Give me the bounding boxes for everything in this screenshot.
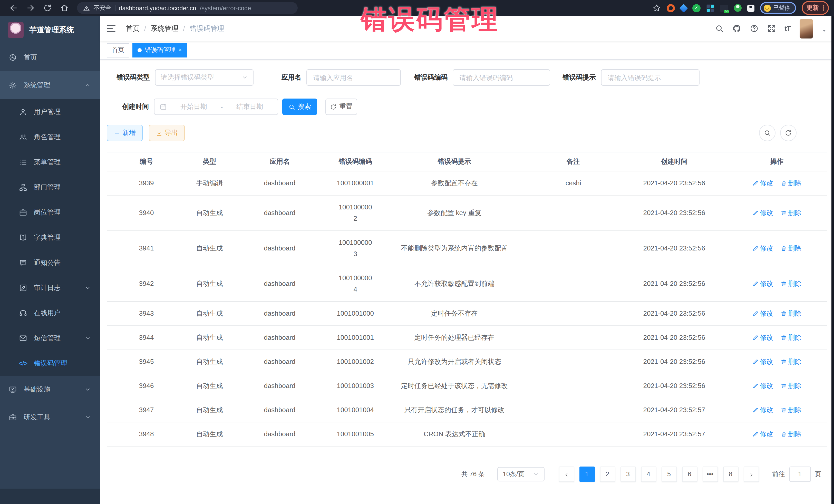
user-avatar[interactable] (799, 19, 813, 38)
edit-row-link[interactable]: 修改 (752, 380, 773, 392)
page-button-5[interactable]: 5 (661, 466, 677, 482)
app-logo[interactable]: 芋道管理系统 (0, 16, 100, 44)
sidebar-item-notice-management[interactable]: 通知公告 (0, 250, 100, 275)
delete-row-link[interactable]: 删除 (781, 278, 802, 289)
page-button-6[interactable]: 6 (682, 466, 697, 482)
search-button[interactable]: 搜索 (282, 98, 317, 115)
sidebar-item-menu-management[interactable]: 菜单管理 (0, 149, 100, 175)
extension-green-check-icon[interactable]: ✓ (692, 4, 700, 12)
edit-row-link[interactable]: 修改 (752, 404, 773, 416)
help-icon[interactable] (750, 24, 758, 33)
more-pages-button[interactable]: ••• (702, 466, 718, 482)
export-button[interactable]: 导出 (149, 125, 185, 141)
edit-row-link[interactable]: 修改 (752, 207, 773, 219)
reload-icon[interactable] (43, 4, 52, 12)
page-button-4[interactable]: 4 (641, 466, 656, 482)
delete-row-link[interactable]: 删除 (781, 380, 802, 392)
extension-grid-icon[interactable] (706, 4, 714, 12)
page-button-8[interactable]: 8 (723, 466, 738, 482)
error-code-field[interactable] (453, 69, 550, 86)
extension-on-badge-icon[interactable]: on (720, 4, 728, 12)
table-row: 3939手动编辑dashboard1001000001参数配置不存在ceshi2… (107, 171, 827, 196)
edit-row-link[interactable]: 修改 (752, 178, 773, 189)
page-scrollbar[interactable] (831, 16, 834, 504)
extension-blue-gem-icon[interactable] (679, 4, 688, 12)
tab-view[interactable]: 首页 (107, 43, 129, 57)
edit-row-link[interactable]: 修改 (752, 308, 773, 319)
error-code-input[interactable] (458, 73, 545, 82)
edit-row-link[interactable]: 修改 (752, 278, 773, 289)
date-range-picker[interactable]: 开始日期 - 结束日期 (154, 98, 278, 115)
edit-row-link[interactable]: 修改 (752, 243, 773, 254)
sidebar-item-post-management[interactable]: 岗位管理 (0, 200, 100, 225)
extension-green-person-icon[interactable] (734, 4, 741, 12)
page-button-3[interactable]: 3 (620, 466, 636, 482)
sidebar-item-home[interactable]: 首页 (0, 44, 100, 71)
sidebar-item-role-management[interactable]: 角色管理 (0, 124, 100, 149)
page-button-2[interactable]: 2 (600, 466, 615, 482)
sidebar-item-dept-management[interactable]: 部门管理 (0, 175, 100, 200)
tab-active-view[interactable]: 错误码管理× (132, 43, 187, 57)
error-hint-input[interactable] (607, 73, 694, 82)
back-icon[interactable] (9, 4, 18, 12)
sidebar-item-label: 短信管理 (34, 333, 61, 343)
sidebar-item-audit-log[interactable]: 审计日志 (0, 275, 100, 300)
paused-badge[interactable]: ☺ 已暂停 (760, 2, 796, 14)
delete-row-link[interactable]: 删除 (781, 429, 802, 440)
error-hint-field[interactable] (601, 69, 700, 86)
header-search-icon[interactable] (715, 24, 723, 33)
sidebar-item-dict-management[interactable]: 字典管理 (0, 225, 100, 250)
sidebar-toggle-icon[interactable] (107, 25, 115, 32)
page-button-1[interactable]: 1 (579, 466, 595, 482)
delete-row-link[interactable]: 删除 (781, 332, 802, 343)
address-bar[interactable]: 不安全 dashboard.yudao.iocoder.cn/system/er… (77, 2, 298, 14)
sidebar-item-system-management[interactable]: 系统管理 (0, 71, 100, 99)
sidebar-item-infrastructure[interactable]: 基础设施 (0, 376, 100, 403)
sidebar-item-online-users[interactable]: 在线用户 (0, 300, 100, 325)
browser-menu-icon[interactable] (822, 5, 824, 12)
app-name-field[interactable] (306, 69, 401, 86)
sidebar-item-error-code-management[interactable]: </>错误码管理 (0, 351, 100, 376)
sidebar-item-sms-management[interactable]: 短信管理 (0, 325, 100, 351)
extensions-puzzle-icon[interactable] (747, 4, 754, 12)
delete-row-link[interactable]: 删除 (781, 207, 802, 219)
font-size-icon[interactable]: tT (785, 24, 791, 33)
start-date-placeholder[interactable]: 开始日期 (171, 102, 217, 111)
close-tab-icon[interactable]: × (179, 47, 182, 53)
bookmark-star-icon[interactable] (652, 4, 661, 12)
row-app: dashboard (233, 326, 326, 350)
sidebar-item-user-management[interactable]: 用户管理 (0, 99, 100, 124)
github-icon[interactable] (732, 24, 741, 33)
edit-row-link[interactable]: 修改 (752, 429, 773, 440)
edit-row-link[interactable]: 修改 (752, 356, 773, 368)
add-button[interactable]: 新增 (107, 125, 143, 141)
extension-orange-ring-icon[interactable] (666, 4, 675, 12)
app-name-input[interactable] (312, 73, 395, 82)
row-hint: 定时任务的处理器已经存在 (384, 326, 525, 350)
table-row: 3948自动生成dashboard1001001005CRON 表达式不正确20… (107, 422, 827, 446)
end-date-placeholder[interactable]: 结束日期 (227, 102, 272, 111)
delete-row-link[interactable]: 删除 (781, 404, 802, 416)
forward-icon[interactable] (26, 4, 35, 12)
home-icon[interactable] (60, 4, 69, 12)
error-code-type-select[interactable]: 请选择错误码类型 (155, 69, 254, 86)
fullscreen-icon[interactable] (767, 24, 776, 33)
edit-row-link[interactable]: 修改 (752, 332, 773, 343)
next-page-button[interactable] (743, 466, 759, 482)
delete-row-link[interactable]: 删除 (781, 243, 802, 254)
delete-row-link[interactable]: 删除 (781, 356, 802, 368)
delete-row-link[interactable]: 删除 (781, 308, 802, 319)
prev-page-button[interactable] (559, 466, 574, 482)
refresh-table-button[interactable] (780, 125, 796, 141)
user-menu-caret-icon[interactable] (822, 26, 827, 31)
sidebar-item-dev-tools[interactable]: 研发工具 (0, 403, 100, 431)
delete-row-link[interactable]: 删除 (781, 178, 802, 189)
breadcrumb-item[interactable]: 系统管理 (151, 24, 179, 33)
reset-button[interactable]: 重置 (325, 98, 357, 115)
show-search-toggle-button[interactable] (759, 125, 775, 141)
page-size-select[interactable]: 10条/页 (497, 467, 544, 481)
breadcrumb-item[interactable]: 首页 (126, 24, 139, 33)
sidebar-collapse-bar[interactable] (0, 489, 100, 504)
goto-page-input[interactable]: 1 (789, 466, 811, 482)
browser-update-button[interactable]: 更新 (802, 1, 829, 15)
